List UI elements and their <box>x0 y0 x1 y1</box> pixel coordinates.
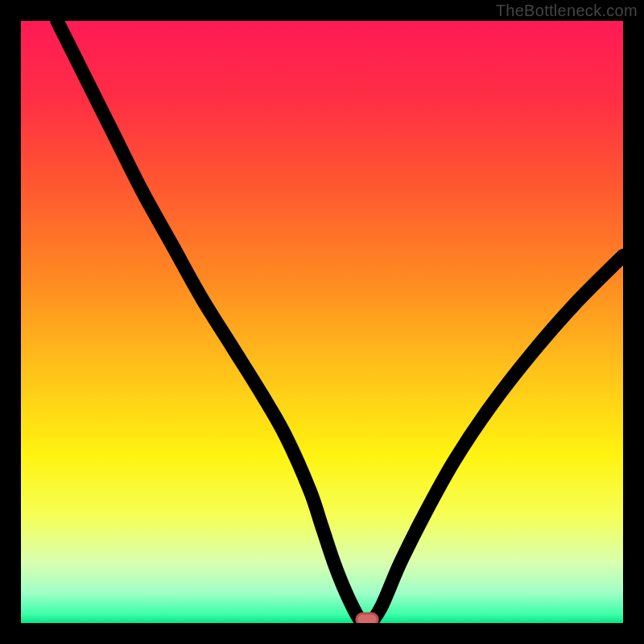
plot-area <box>21 21 623 623</box>
chart-frame: TheBottleneck.com <box>0 0 644 644</box>
watermark-text: TheBottleneck.com <box>496 2 638 20</box>
minimum-marker <box>357 613 378 623</box>
plot-svg <box>21 21 623 623</box>
